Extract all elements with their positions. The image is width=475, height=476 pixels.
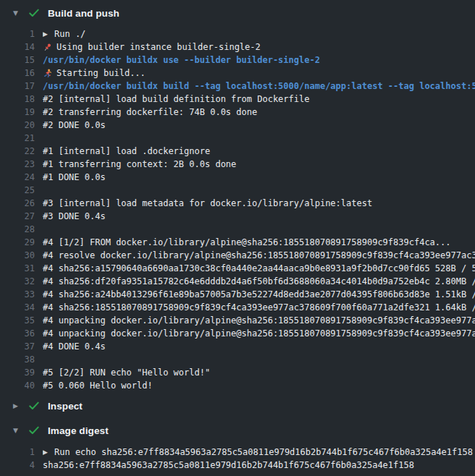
section-header-inspect[interactable]: ▶ Inspect xyxy=(0,394,475,418)
log-line: 1▶Run echo sha256:e7ff8834a5963a2785c5a0… xyxy=(0,446,475,459)
log-line: 14Using builder instance builder-single-… xyxy=(0,41,475,54)
log-text-content: #5 0.060 Hello world! xyxy=(43,379,153,392)
log-text: #1 DONE 0.0s xyxy=(43,171,475,184)
log-text: Using builder instance builder-single-2 xyxy=(43,41,475,54)
log-text-content: #1 transferring context: 2B 0.0s done xyxy=(43,158,236,171)
log-text: #4 sha256:a15790640a6690aa1730c38cf0a440… xyxy=(43,262,475,275)
line-number[interactable]: 17 xyxy=(0,80,35,93)
log-line: 16Starting build... xyxy=(0,67,475,80)
log-line: 29#4 [1/2] FROM docker.io/library/alpine… xyxy=(0,236,475,249)
line-number[interactable]: 26 xyxy=(0,197,35,210)
line-number[interactable]: 20 xyxy=(0,119,35,132)
log-line: 25 xyxy=(0,184,475,197)
log-text-content: #4 sha256:185518070891758909c9f839cf4ca3… xyxy=(43,301,475,314)
log-text xyxy=(43,353,475,366)
log-text-content: #4 unpacking docker.io/library/alpine@sh… xyxy=(43,327,475,340)
line-number[interactable]: 28 xyxy=(0,223,35,236)
line-number[interactable]: 30 xyxy=(0,249,35,262)
line-number[interactable]: 18 xyxy=(0,93,35,106)
log-line: 36#4 unpacking docker.io/library/alpine@… xyxy=(0,327,475,340)
section-header-image-digest[interactable]: ▼ Image digest xyxy=(0,418,475,443)
chevron-down-icon[interactable]: ▼ xyxy=(13,10,29,17)
log-text-content: #4 resolve docker.io/library/alpine@sha2… xyxy=(43,249,475,262)
line-number[interactable]: 32 xyxy=(0,275,35,288)
section-header-build-and-push[interactable]: ▼ Build and push xyxy=(0,0,475,26)
line-number[interactable]: 19 xyxy=(0,106,35,119)
log-line: 17/usr/bin/docker buildx build --tag loc… xyxy=(0,80,475,93)
log-text: sha256:e7ff8834a5963a2785c5a0811e979d16b… xyxy=(43,459,475,472)
line-number[interactable]: 34 xyxy=(0,301,35,314)
log-text: #2 DONE 0.0s xyxy=(43,119,475,132)
log-text: #4 sha256:df20fa9351a15782c64e6dddb2d4a6… xyxy=(43,275,475,288)
check-icon xyxy=(29,9,48,17)
log-text xyxy=(43,132,475,145)
log-lines-image-digest: 1▶Run echo sha256:e7ff8834a5963a2785c5a0… xyxy=(0,443,475,476)
log-line: 38 xyxy=(0,353,475,366)
log-text: #5 0.060 Hello world! xyxy=(43,379,475,392)
line-number[interactable]: 27 xyxy=(0,210,35,223)
section-title: Image digest xyxy=(48,425,109,436)
log-text: Starting build... xyxy=(43,67,475,80)
log-line: 33#4 sha256:a24bb4013296f61e89ba57005a7b… xyxy=(0,288,475,301)
expand-toggle-icon[interactable]: ▶ xyxy=(43,446,50,459)
section-title: Inspect xyxy=(48,401,83,412)
log-text: #3 [internal] load metadata for docker.i… xyxy=(43,197,475,210)
chevron-right-icon[interactable]: ▶ xyxy=(13,403,29,409)
chevron-down-icon[interactable]: ▼ xyxy=(13,428,29,434)
line-number[interactable]: 22 xyxy=(0,145,35,158)
log-text-content: Using builder instance builder-single-2 xyxy=(56,41,261,54)
log-text-content: Starting build... xyxy=(56,67,146,80)
log-text xyxy=(43,184,475,197)
log-line: 35#4 unpacking docker.io/library/alpine@… xyxy=(0,314,475,327)
log-text-content: #3 DONE 0.4s xyxy=(43,210,106,223)
log-text: /usr/bin/docker buildx build --tag local… xyxy=(43,80,475,93)
expand-toggle-icon[interactable]: ▶ xyxy=(43,27,50,41)
line-number[interactable]: 1 xyxy=(0,446,35,459)
line-number[interactable]: 40 xyxy=(0,379,35,392)
log-line: 40#5 0.060 Hello world! xyxy=(0,379,475,392)
log-text-content: #1 DONE 0.0s xyxy=(43,171,106,184)
log-line: 28 xyxy=(0,223,475,236)
pushpin-icon xyxy=(43,43,56,52)
log-line: 23#1 transferring context: 2B 0.0s done xyxy=(0,158,475,171)
line-number[interactable]: 4 xyxy=(0,459,35,472)
log-text: #4 [1/2] FROM docker.io/library/alpine@s… xyxy=(43,236,475,249)
log-text: #4 sha256:a24bb4013296f61e89ba57005a7b3e… xyxy=(43,288,475,301)
log-text-content: #5 [2/2] RUN echo "Hello world!" xyxy=(43,366,210,379)
actions-log-viewer: ▼ Build and push 1▶Run ./14Using builder… xyxy=(0,0,475,476)
log-line: 32#4 sha256:df20fa9351a15782c64e6dddb2d4… xyxy=(0,275,475,288)
line-number[interactable]: 23 xyxy=(0,158,35,171)
log-text: #1 [internal] load .dockerignore xyxy=(43,145,475,158)
line-number[interactable]: 36 xyxy=(0,327,35,340)
check-icon xyxy=(29,426,48,435)
log-text xyxy=(43,223,475,236)
line-number[interactable]: 29 xyxy=(0,236,35,249)
line-number[interactable]: 24 xyxy=(0,171,35,184)
section-title: Build and push xyxy=(48,8,119,19)
line-number[interactable]: 31 xyxy=(0,262,35,275)
log-line: 27#3 DONE 0.4s xyxy=(0,210,475,223)
log-line: 26#3 [internal] load metadata for docker… xyxy=(0,197,475,210)
log-text: ▶Run echo sha256:e7ff8834a5963a2785c5a08… xyxy=(43,446,475,459)
line-number[interactable]: 21 xyxy=(0,132,35,145)
log-text: #4 unpacking docker.io/library/alpine@sh… xyxy=(43,314,475,327)
log-text-content: #4 [1/2] FROM docker.io/library/alpine@s… xyxy=(43,236,451,249)
log-text-content: /usr/bin/docker buildx use --builder bui… xyxy=(43,54,320,67)
line-number[interactable]: 39 xyxy=(0,366,35,379)
log-text-content: #3 [internal] load metadata for docker.i… xyxy=(43,197,372,210)
line-number[interactable]: 15 xyxy=(0,54,35,67)
line-number[interactable]: 16 xyxy=(0,67,35,80)
log-line: 1▶Run ./ xyxy=(0,27,475,41)
log-text-content: #4 DONE 0.4s xyxy=(43,340,106,353)
line-number[interactable]: 33 xyxy=(0,288,35,301)
line-number[interactable]: 1 xyxy=(0,27,35,41)
log-text: #5 [2/2] RUN echo "Hello world!" xyxy=(43,366,475,379)
log-text-content: #4 sha256:a24bb4013296f61e89ba57005a7b3e… xyxy=(43,288,475,301)
log-line: 21 xyxy=(0,132,475,145)
line-number[interactable]: 37 xyxy=(0,340,35,353)
line-number[interactable]: 35 xyxy=(0,314,35,327)
log-text-content: #2 DONE 0.0s xyxy=(43,119,106,132)
line-number[interactable]: 25 xyxy=(0,184,35,197)
line-number[interactable]: 14 xyxy=(0,41,35,54)
line-number[interactable]: 38 xyxy=(0,353,35,366)
